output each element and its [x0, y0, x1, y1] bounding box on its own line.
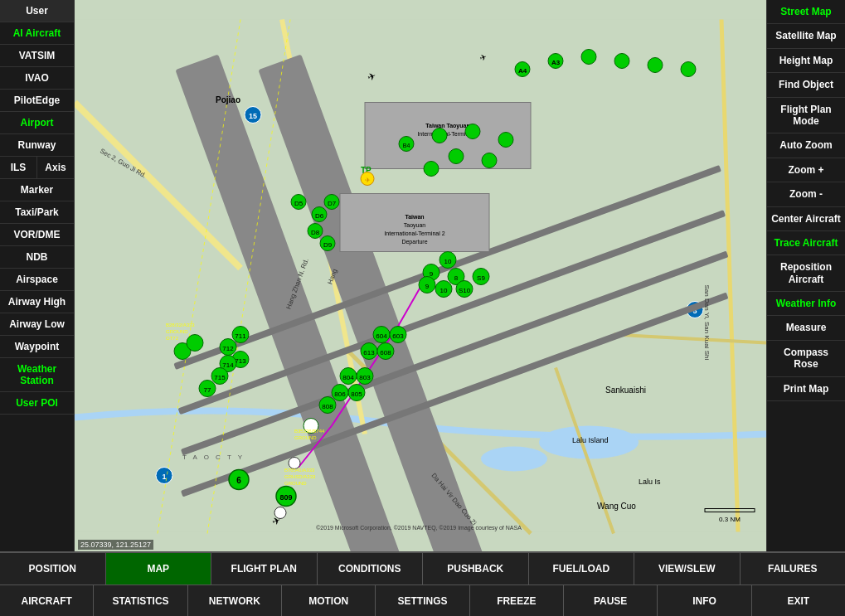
svg-point-111: [289, 458, 300, 469]
svg-point-34: [515, 62, 530, 77]
svg-text:9: 9: [425, 283, 430, 290]
btn-view-slew[interactable]: VIEW/SLEW: [634, 553, 741, 584]
svg-line-5: [348, 352, 531, 534]
svg-point-45: [465, 124, 480, 139]
svg-rect-17: [173, 165, 721, 370]
svg-rect-15: [258, 55, 493, 551]
sidebar-item-airway-low[interactable]: Airway Low: [0, 313, 74, 336]
svg-text:D6: D6: [315, 212, 324, 220]
svg-point-74: [373, 327, 390, 343]
svg-text:804: 804: [342, 374, 354, 381]
btn-freeze[interactable]: FREEZE: [470, 585, 564, 616]
sidebar-item-weather-station[interactable]: Weather Station: [0, 358, 74, 392]
svg-point-60: [439, 252, 456, 269]
svg-text:715: 715: [214, 374, 226, 381]
svg-point-39: [614, 54, 629, 69]
svg-point-66: [435, 281, 452, 298]
sidebar-item-ndb[interactable]: NDB: [0, 246, 74, 269]
svg-text:A3: A3: [551, 59, 561, 66]
btn-pause[interactable]: PAUSE: [564, 585, 658, 616]
sidebar-item-airspace[interactable]: Airspace: [0, 269, 74, 291]
right-btn-find-object[interactable]: Find Object: [767, 73, 845, 97]
btn-exit[interactable]: EXIT: [752, 585, 845, 616]
svg-point-84: [340, 368, 357, 385]
sidebar-item-ai-aircraft[interactable]: AI Aircraft: [0, 22, 74, 45]
btn-network[interactable]: NETWORK: [188, 585, 282, 616]
right-btn-center-aircraft[interactable]: Center Aircraft: [767, 207, 845, 231]
btn-settings[interactable]: SETTINGS: [376, 585, 469, 616]
svg-point-80: [377, 343, 394, 360]
right-btn-weather-info[interactable]: Weather Info: [767, 292, 845, 316]
sidebar-item-runway[interactable]: Runway: [0, 134, 74, 157]
svg-point-9: [156, 468, 172, 484]
svg-text:✈: ✈: [478, 51, 488, 62]
sidebar-item-waypoint[interactable]: Waypoint: [0, 336, 74, 358]
right-btn-trace-aircraft[interactable]: Trace Aircraft: [767, 231, 845, 255]
sidebar-item-vatsim[interactable]: VATSIM: [0, 45, 74, 67]
btn-position[interactable]: POSITION: [0, 553, 106, 584]
sidebar-item-ivao[interactable]: IVAO: [0, 67, 74, 90]
svg-rect-20: [181, 293, 729, 497]
svg-text:©2019 Microsoft Corporation, ©: ©2019 Microsoft Corporation, ©2019 NAVTE…: [316, 525, 522, 531]
svg-text:Hang Zhan N. Rd.: Hang Zhan N. Rd.: [284, 258, 310, 311]
right-btn-satellite-map[interactable]: Satellite Map: [767, 24, 845, 48]
svg-text:Hang: Hang: [326, 268, 338, 285]
svg-point-50: [291, 195, 306, 210]
right-btn-measure[interactable]: Measure: [767, 316, 845, 340]
svg-text:809: 809: [279, 493, 292, 502]
right-btn-compass-rose[interactable]: Compass Rose: [767, 341, 845, 377]
right-btn-flight-plan-mode[interactable]: Flight Plan Mode: [767, 98, 845, 134]
svg-point-1: [539, 426, 639, 459]
svg-point-64: [448, 269, 464, 285]
btn-flight-plan[interactable]: FLIGHT PLAN: [211, 553, 318, 584]
btn-pushback[interactable]: PUSHBACK: [423, 553, 529, 584]
sidebar-item-user[interactable]: User: [0, 0, 74, 22]
svg-text:B76541/A333: B76541/A333: [284, 468, 315, 473]
right-btn-reposition-aircraft[interactable]: Reposition Aircraft: [767, 255, 845, 292]
right-btn-street-map[interactable]: Street Map: [767, 0, 845, 24]
svg-text:5: 5: [692, 307, 697, 315]
right-btn-auto-zoom[interactable]: Auto Zoom: [767, 133, 845, 158]
btn-fuel-load[interactable]: FUEL/LOAD: [529, 553, 635, 584]
svg-point-86: [348, 385, 365, 401]
svg-text:TP: TP: [361, 166, 372, 175]
sidebar-item-vor-dme[interactable]: VOR/DME: [0, 224, 74, 246]
svg-text:806: 806: [334, 390, 346, 398]
svg-text:Lalu Is: Lalu Is: [639, 478, 661, 486]
svg-text:6: 6: [236, 476, 241, 485]
svg-rect-19: [181, 251, 729, 456]
sidebar-item-airway-high[interactable]: Airway High: [0, 291, 74, 313]
sidebar-item-axis[interactable]: Axis: [37, 157, 74, 178]
right-btn-zoom-in[interactable]: Zoom +: [767, 158, 845, 182]
sidebar-item-user-poi[interactable]: User POI: [0, 392, 74, 415]
svg-rect-16: [175, 55, 416, 551]
right-btn-height-map[interactable]: Height Map: [767, 49, 845, 73]
svg-text:Taiwan Taoyuan: Taiwan Taoyuan: [425, 123, 469, 129]
btn-statistics[interactable]: STATISTICS: [94, 585, 187, 616]
btn-map[interactable]: MAP: [106, 553, 212, 584]
svg-text:D5: D5: [294, 200, 304, 207]
map-area[interactable]: 15 1 5 T: [75, 0, 766, 551]
svg-point-32: [361, 172, 374, 186]
btn-conditions[interactable]: CONDITIONS: [318, 553, 424, 584]
svg-text:613: 613: [363, 349, 375, 357]
btn-aircraft[interactable]: AIRCRAFT: [0, 585, 94, 616]
btn-info[interactable]: INFO: [658, 585, 751, 616]
sidebar-item-pilotedge[interactable]: PilotEdge: [0, 90, 74, 112]
svg-point-78: [361, 343, 377, 360]
sidebar-item-taxi-park[interactable]: Taxi/Park: [0, 201, 74, 224]
svg-line-21: [158, 20, 240, 534]
sidebar-item-airport[interactable]: Airport: [0, 112, 74, 134]
svg-point-11: [687, 302, 703, 318]
btn-failures[interactable]: FAILURES: [741, 553, 846, 584]
svg-text:B4: B4: [403, 143, 410, 148]
svg-line-3: [75, 103, 240, 269]
btn-motion[interactable]: MOTION: [282, 585, 376, 616]
right-btn-print-map[interactable]: Print Map: [767, 377, 845, 401]
right-btn-zoom-out[interactable]: Zoom -: [767, 182, 845, 206]
svg-text:0.3 NM: 0.3 NM: [719, 516, 741, 523]
sidebar-item-ils[interactable]: ILS: [0, 157, 37, 178]
svg-point-70: [456, 281, 473, 298]
sidebar-item-marker[interactable]: Marker: [0, 179, 74, 201]
svg-point-40: [648, 58, 663, 73]
